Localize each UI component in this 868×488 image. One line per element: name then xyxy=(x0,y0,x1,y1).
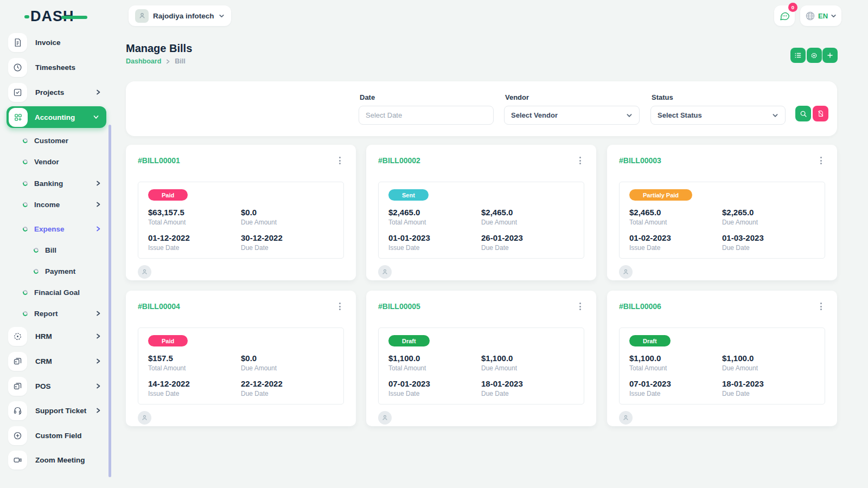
language-selector[interactable]: EN xyxy=(800,5,841,26)
sidebar-item-finacial-goal[interactable]: Finacial Goal xyxy=(0,281,108,303)
add-bill-button[interactable] xyxy=(822,48,838,63)
sidebar-item-label: Timesheets xyxy=(35,63,75,72)
status-badge: Partialy Paid xyxy=(629,189,692,201)
vendor-select-value: Select Vendor xyxy=(511,111,558,119)
sidebar-item-label: Expense xyxy=(34,225,65,233)
bill-id-link[interactable]: #BILL00002 xyxy=(378,156,420,165)
sidebar-item-label: Report xyxy=(34,310,58,318)
chevron-right-icon xyxy=(95,358,101,364)
kebab-menu-icon[interactable] xyxy=(336,300,344,312)
sidebar-item-payment[interactable]: Payment xyxy=(0,260,108,282)
sidebar-item-projects[interactable]: Projects xyxy=(0,81,108,103)
chevron-down-icon xyxy=(626,112,633,119)
sidebar-item-customer[interactable]: Customer xyxy=(0,130,108,151)
bill-summary-box: Sent $2,465.0Total Amount $2,465.0Due Am… xyxy=(378,182,584,259)
due-amount-value: $1,100.0 xyxy=(722,354,815,363)
sidebar-scrollbar[interactable] xyxy=(108,125,111,477)
due-amount-value: $0.0 xyxy=(241,208,334,217)
kebab-menu-icon[interactable] xyxy=(336,155,344,166)
bill-id-link[interactable]: #BILL00001 xyxy=(138,156,180,165)
language-code: EN xyxy=(818,12,828,20)
kebab-menu-icon[interactable] xyxy=(576,300,584,312)
list-icon xyxy=(794,52,802,59)
logo-dot xyxy=(24,15,29,18)
issue-date-value: 07-01-2023 xyxy=(388,379,481,388)
page-title: Manage Bills xyxy=(126,42,192,55)
logo-bar xyxy=(61,16,87,19)
sidebar-item-report[interactable]: Report xyxy=(0,303,108,324)
due-date-value: 01-03-2023 xyxy=(722,233,815,242)
due-amount-value: $2,465.0 xyxy=(481,208,574,217)
sidebar-item-crm[interactable]: CRM xyxy=(0,350,108,372)
settings-button[interactable] xyxy=(807,48,822,63)
person-icon xyxy=(141,414,148,421)
clear-filter-icon xyxy=(817,110,824,117)
due-amount-label: Due Amount xyxy=(481,219,574,226)
sidebar-item-bill[interactable]: Bill xyxy=(0,239,108,261)
company-name: Rajodiya infotech xyxy=(153,12,214,20)
bill-summary-box: Paid $63,157.5Total Amount $0.0Due Amoun… xyxy=(138,182,344,259)
breadcrumb-dashboard-link[interactable]: Dashboard xyxy=(126,57,161,65)
sidebar-item-label: Custom Field xyxy=(35,432,82,440)
chevron-right-icon xyxy=(95,333,101,339)
sidebar-item-vendor[interactable]: Vendor xyxy=(0,151,108,172)
issue-date-label: Issue Date xyxy=(629,390,722,397)
status-badge: Sent xyxy=(388,189,429,201)
kebab-menu-icon[interactable] xyxy=(817,300,825,312)
kebab-menu-icon[interactable] xyxy=(817,155,825,166)
sidebar-item-accounting[interactable]: Accounting xyxy=(7,106,106,128)
date-filter-field[interactable] xyxy=(359,106,494,125)
sidebar-item-label: Customer xyxy=(34,137,68,145)
bill-card: #BILL00004 Paid $157.5Total Amount $0.0D… xyxy=(126,291,356,426)
bill-id-link[interactable]: #BILL00006 xyxy=(619,302,661,311)
sidebar-item-support-ticket[interactable]: Support Ticket xyxy=(0,400,108,421)
sidebar-item-income[interactable]: Income xyxy=(0,194,108,215)
user-avatar xyxy=(138,265,151,279)
due-amount-label: Due Amount xyxy=(722,364,815,372)
kebab-menu-icon[interactable] xyxy=(576,155,584,166)
user-avatar xyxy=(378,265,392,279)
total-amount-value: $63,157.5 xyxy=(148,208,241,217)
list-view-button[interactable] xyxy=(790,48,806,63)
bullet-icon xyxy=(22,137,29,144)
status-filter-label: Status xyxy=(652,93,673,101)
sidebar-item-zoom-meeting[interactable]: Zoom Meeting xyxy=(0,449,108,471)
total-amount-value: $1,100.0 xyxy=(388,354,481,363)
bill-summary-box: Draft $1,100.0Total Amount $1,100.0Due A… xyxy=(619,328,825,404)
status-select[interactable]: Select Status xyxy=(650,106,786,125)
company-selector[interactable]: Rajodiya infotech xyxy=(129,5,231,26)
user-avatar xyxy=(138,411,151,425)
bill-card: #BILL00003 Partialy Paid $2,465.0Total A… xyxy=(607,145,837,280)
vendor-select[interactable]: Select Vendor xyxy=(504,106,640,125)
bill-id-link[interactable]: #BILL00004 xyxy=(138,302,180,311)
sidebar-item-timesheets[interactable]: Timesheets xyxy=(0,56,108,78)
sidebar-item-hrm[interactable]: HRM xyxy=(0,325,108,347)
breadcrumb: Dashboard Bill xyxy=(126,57,186,65)
sidebar-item-pos[interactable]: POS xyxy=(0,375,108,397)
clear-filter-button[interactable] xyxy=(813,106,828,121)
sidebar-item-label: Banking xyxy=(34,179,63,188)
status-select-value: Select Status xyxy=(658,111,702,119)
person-icon xyxy=(381,268,388,275)
date-input[interactable] xyxy=(366,111,487,119)
bullet-icon xyxy=(22,158,29,165)
messages-button[interactable]: 0 xyxy=(774,5,795,26)
bill-summary-box: Paid $157.5Total Amount $0.0Due Amount 1… xyxy=(138,328,344,404)
due-date-label: Due Date xyxy=(722,390,815,397)
vendor-filter-label: Vendor xyxy=(505,93,529,101)
chevron-right-icon xyxy=(165,59,170,64)
sidebar-item-expense[interactable]: Expense xyxy=(0,218,108,240)
sidebar-item-invoice[interactable]: Invoice xyxy=(0,31,108,53)
sidebar-item-custom-field[interactable]: Custom Field xyxy=(0,425,108,446)
bill-card: #BILL00002 Sent $2,465.0Total Amount $2,… xyxy=(366,145,596,280)
person-icon xyxy=(141,268,148,275)
bill-id-link[interactable]: #BILL00003 xyxy=(619,156,661,165)
sidebar-item-banking[interactable]: Banking xyxy=(0,172,108,194)
app-logo[interactable]: DASH xyxy=(30,8,74,25)
apply-filter-button[interactable] xyxy=(795,106,811,121)
bill-id-link[interactable]: #BILL00005 xyxy=(378,302,420,311)
bullet-icon xyxy=(22,289,29,296)
total-amount-label: Total Amount xyxy=(388,219,481,226)
chevron-right-icon xyxy=(95,181,101,186)
total-amount-label: Total Amount xyxy=(629,364,722,372)
